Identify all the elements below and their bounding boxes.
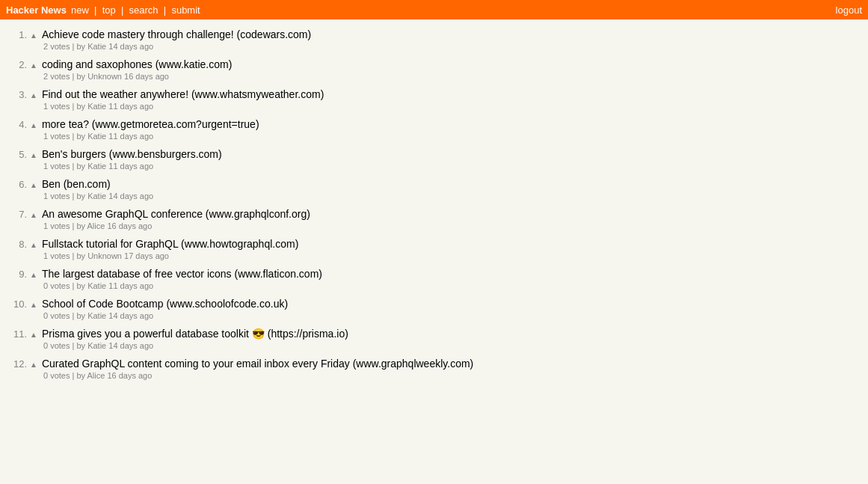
story-meta: 1 votes | by Katie 14 days ago <box>6 192 862 200</box>
nav-new[interactable]: new <box>71 4 89 16</box>
story-votes: 0 votes <box>43 371 70 380</box>
story-item: 6. ▲ Ben (ben.com) 1 votes | by Katie 14… <box>0 175 868 200</box>
story-meta: 1 votes | by Katie 11 days ago <box>6 162 862 171</box>
story-author: Katie <box>87 281 106 290</box>
nav-top[interactable]: top <box>102 4 116 16</box>
story-separator: | by <box>73 72 88 81</box>
story-time: 11 days ago <box>108 102 153 111</box>
story-number: 8. <box>6 239 27 250</box>
story-title-line: 3. ▲ Find out the weather anywhere! (www… <box>6 88 862 100</box>
story-title-line: 2. ▲ coding and saxophones (www.katie.co… <box>6 58 862 70</box>
vote-arrow-icon[interactable]: ▲ <box>30 151 37 159</box>
story-title-link[interactable]: Ben (ben.com) <box>42 178 111 190</box>
site-brand: Hacker News <box>6 4 67 16</box>
story-title-line: 8. ▲ Fullstack tutorial for GraphQL (www… <box>6 238 862 250</box>
story-number: 4. <box>6 119 27 130</box>
story-meta: 0 votes | by Alice 16 days ago <box>6 371 862 380</box>
vote-arrow-icon[interactable]: ▲ <box>30 271 37 279</box>
story-title-link[interactable]: The largest database of free vector icon… <box>42 268 322 280</box>
vote-arrow-icon[interactable]: ▲ <box>30 301 37 309</box>
story-time: 14 days ago <box>108 192 153 200</box>
story-title-line: 5. ▲ Ben's burgers (www.bensburgers.com) <box>6 148 862 160</box>
story-votes: 0 votes <box>43 341 70 350</box>
story-author: Katie <box>87 192 106 200</box>
story-item: 4. ▲ more tea? (www.getmoretea.com?urgen… <box>0 115 868 141</box>
site-header: Hacker News new | top | search | submit … <box>0 0 868 19</box>
story-separator: | by <box>73 371 87 380</box>
vote-arrow-icon[interactable]: ▲ <box>30 241 37 249</box>
vote-arrow-icon[interactable]: ▲ <box>30 361 37 369</box>
story-title-link[interactable]: Achieve code mastery through challenge! … <box>42 28 311 40</box>
story-meta: 1 votes | by Alice 16 days ago <box>6 221 862 230</box>
story-title-link[interactable]: School of Code Bootcamp (www.schoolofcod… <box>42 298 288 310</box>
story-time: 14 days ago <box>108 341 153 350</box>
story-votes: 1 votes <box>43 192 70 200</box>
logout-link[interactable]: logout <box>836 4 862 16</box>
story-number: 5. <box>6 149 27 160</box>
story-author: Katie <box>87 102 106 111</box>
story-author: Alice <box>87 221 105 230</box>
story-title-link[interactable]: An awesome GraphQL conference (www.graph… <box>42 208 310 220</box>
story-author: Katie <box>87 132 106 141</box>
story-number: 7. <box>6 209 27 220</box>
story-meta: 2 votes | by Katie 14 days ago <box>6 42 862 51</box>
story-title-line: 9. ▲ The largest database of free vector… <box>6 268 862 280</box>
vote-arrow-icon[interactable]: ▲ <box>30 61 37 70</box>
story-separator: | by <box>73 311 88 320</box>
vote-arrow-icon[interactable]: ▲ <box>30 31 37 40</box>
story-meta: 1 votes | by Katie 11 days ago <box>6 132 862 141</box>
story-votes: 1 votes <box>43 102 70 111</box>
vote-arrow-icon[interactable]: ▲ <box>30 181 37 189</box>
story-time: 17 days ago <box>124 251 169 260</box>
story-title-link[interactable]: Fullstack tutorial for GraphQL (www.howt… <box>42 238 298 250</box>
story-meta: 0 votes | by Katie 11 days ago <box>6 281 862 290</box>
story-title-link[interactable]: Find out the weather anywhere! (www.what… <box>42 88 324 100</box>
story-title-link[interactable]: Ben's burgers (www.bensburgers.com) <box>42 148 222 160</box>
story-author: Katie <box>87 162 106 171</box>
nav-submit[interactable]: submit <box>171 4 200 16</box>
story-author: Alice <box>87 371 105 380</box>
story-title-link[interactable]: more tea? (www.getmoretea.com?urgent=tru… <box>42 118 259 130</box>
story-title-line: 12. ▲ Curated GraphQL content coming to … <box>6 358 862 370</box>
story-meta: 2 votes | by Unknown 16 days ago <box>6 72 862 81</box>
vote-arrow-icon[interactable]: ▲ <box>30 211 37 219</box>
story-title-line: 7. ▲ An awesome GraphQL conference (www.… <box>6 208 862 220</box>
story-number: 11. <box>6 328 27 340</box>
story-number: 9. <box>6 269 27 280</box>
story-time: 11 days ago <box>108 132 153 141</box>
story-author: Katie <box>87 42 106 51</box>
story-item: 10. ▲ School of Code Bootcamp (www.schoo… <box>0 295 868 320</box>
story-item: 5. ▲ Ben's burgers (www.bensburgers.com)… <box>0 145 868 171</box>
story-number: 6. <box>6 179 27 190</box>
story-separator: | by <box>73 251 88 260</box>
story-number: 10. <box>6 298 27 310</box>
story-votes: 0 votes <box>43 281 70 290</box>
story-item: 12. ▲ Curated GraphQL content coming to … <box>0 355 868 380</box>
story-meta: 1 votes | by Unknown 17 days ago <box>6 251 862 260</box>
story-separator: | by <box>73 42 88 51</box>
story-title-link[interactable]: Prisma gives you a powerful database too… <box>42 328 348 340</box>
story-title-link[interactable]: coding and saxophones (www.katie.com) <box>42 58 232 70</box>
vote-arrow-icon[interactable]: ▲ <box>30 331 37 339</box>
nav-links: new | top | search | submit <box>71 4 200 16</box>
story-author: Unknown <box>87 72 122 81</box>
story-separator: | by <box>73 341 88 350</box>
story-separator: | by <box>73 281 88 290</box>
story-separator: | by <box>73 162 88 171</box>
story-title-line: 4. ▲ more tea? (www.getmoretea.com?urgen… <box>6 118 862 130</box>
story-time: 16 days ago <box>124 72 169 81</box>
story-title-link[interactable]: Curated GraphQL content coming to your e… <box>42 358 473 370</box>
story-votes: 1 votes <box>43 162 70 171</box>
story-separator: | by <box>73 192 88 200</box>
story-title-line: 11. ▲ Prisma gives you a powerful databa… <box>6 328 862 340</box>
story-time: 11 days ago <box>108 281 153 290</box>
story-votes: 1 votes <box>43 251 70 260</box>
nav-search[interactable]: search <box>129 4 158 16</box>
story-item: 2. ▲ coding and saxophones (www.katie.co… <box>0 55 868 81</box>
story-number: 1. <box>6 29 27 40</box>
vote-arrow-icon[interactable]: ▲ <box>30 91 37 99</box>
story-meta: 0 votes | by Katie 14 days ago <box>6 341 862 350</box>
vote-arrow-icon[interactable]: ▲ <box>30 121 37 129</box>
story-votes: 1 votes <box>43 132 70 141</box>
story-separator: | by <box>73 221 87 230</box>
